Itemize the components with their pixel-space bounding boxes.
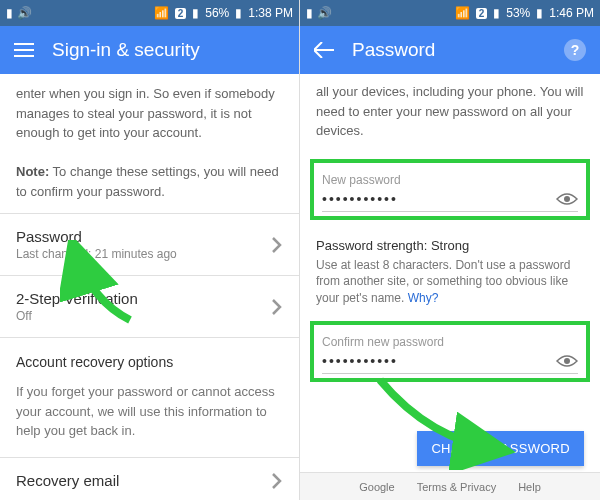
eye-icon[interactable] [556,192,578,206]
status-bar: ▮ 🔊 📶 2 ▮ 56% ▮ 1:38 PM [0,0,299,26]
row-title: 2-Step Verification [16,290,271,307]
why-link[interactable]: Why? [408,291,439,305]
row-password[interactable]: Password Last changed: 21 minutes ago [0,214,299,275]
change-password-button[interactable]: CHANGE PASSWORD [417,431,584,466]
footer-help-link[interactable]: Help [518,481,541,493]
battery-text: 56% [205,6,229,20]
recovery-heading: Account recovery options [0,338,299,378]
row-recovery-email[interactable]: Recovery email [0,458,299,490]
content-area: enter when you sign in. So even if someb… [0,74,299,500]
password-input[interactable]: ••••••••••• [322,191,556,207]
wifi-icon: 📶 [455,6,470,20]
volume-icon: 🔊 [317,6,332,20]
signal-icon: ▮ [192,6,199,20]
field-label: New password [322,173,578,187]
sim-icon: ▮ [306,6,313,20]
sim-badge-icon: 2 [476,8,488,19]
battery-icon: ▮ [536,6,543,20]
row-title: Recovery email [16,472,271,489]
screen-signin-security: ▮ 🔊 📶 2 ▮ 56% ▮ 1:38 PM Sign-in & securi… [0,0,300,500]
svg-rect-0 [14,43,34,45]
row-subtitle: Last changed: 21 minutes ago [16,247,271,261]
chevron-right-icon [271,236,283,254]
intro-text: all your devices, including your phone. … [300,74,600,153]
intro-text: enter when you sign in. So even if someb… [0,74,299,213]
eye-icon[interactable] [556,354,578,368]
wifi-icon: 📶 [154,6,169,20]
hamburger-icon[interactable] [14,43,34,57]
status-bar: ▮ 🔊 📶 2 ▮ 53% ▮ 1:46 PM [300,0,600,26]
app-bar: Password ? [300,26,600,74]
volume-icon: 🔊 [17,6,32,20]
recovery-text: If you forget your password or cannot ac… [0,378,299,457]
page-title: Sign-in & security [52,39,285,61]
clock-text: 1:38 PM [248,6,293,20]
footer: Google Terms & Privacy Help [300,472,600,500]
sim-badge-icon: 2 [175,8,187,19]
screen-password: ▮ 🔊 📶 2 ▮ 53% ▮ 1:46 PM Password ? all y… [300,0,600,500]
password-strength: Password strength: Strong [300,226,600,255]
content-area: all your devices, including your phone. … [300,74,600,500]
app-bar: Sign-in & security [0,26,299,74]
new-password-field[interactable]: New password ••••••••••• [310,159,590,220]
confirm-password-field[interactable]: Confirm new password ••••••••••• [310,321,590,382]
back-arrow-icon[interactable] [314,42,334,58]
battery-icon: ▮ [235,6,242,20]
chevron-right-icon [271,298,283,316]
footer-terms-link[interactable]: Terms & Privacy [417,481,496,493]
clock-text: 1:46 PM [549,6,594,20]
svg-point-3 [564,196,570,202]
help-icon[interactable]: ? [564,39,586,61]
field-label: Confirm new password [322,335,578,349]
battery-text: 53% [506,6,530,20]
strength-description: Use at least 8 characters. Don't use a p… [300,255,600,315]
chevron-right-icon [271,472,283,490]
sim-icon: ▮ [6,6,13,20]
svg-point-4 [564,358,570,364]
signal-icon: ▮ [493,6,500,20]
svg-rect-1 [14,49,34,51]
footer-google-link[interactable]: Google [359,481,394,493]
row-title: Password [16,228,271,245]
row-2step[interactable]: 2-Step Verification Off [0,276,299,337]
password-input[interactable]: ••••••••••• [322,353,556,369]
row-subtitle: Off [16,309,271,323]
svg-rect-2 [14,55,34,57]
page-title: Password [352,39,546,61]
